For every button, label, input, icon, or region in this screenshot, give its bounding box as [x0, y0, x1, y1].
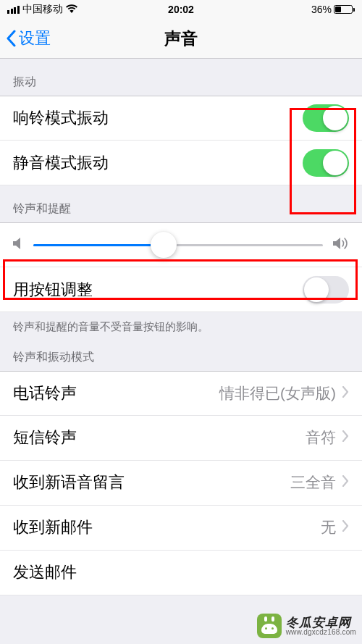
back-label: 设置 — [19, 28, 51, 49]
watermark-url: www.dgxcdz168.com — [286, 629, 356, 636]
signal-icon — [7, 6, 20, 14]
status-bar: 中国移动 20:02 36% — [0, 0, 362, 19]
row-ring-vibrate[interactable]: 响铃模式振动 — [0, 96, 362, 141]
nav-bar: 设置 声音 — [0, 19, 362, 59]
row-value: 音符 — [306, 427, 336, 448]
chevron-left-icon — [6, 30, 16, 47]
volume-low-icon — [13, 237, 23, 253]
row-label: 发送邮件 — [13, 561, 349, 583]
row-silent-vibrate[interactable]: 静音模式振动 — [0, 141, 362, 185]
back-button[interactable]: 设置 — [0, 28, 51, 49]
row-value: 无 — [321, 517, 336, 538]
row-ringtone[interactable]: 电话铃声 情非得已(女声版) — [0, 371, 362, 416]
watermark-logo-icon — [257, 614, 282, 638]
slider-thumb[interactable] — [151, 232, 177, 258]
row-label: 短信铃声 — [13, 427, 306, 448]
chevron-right-icon — [342, 430, 349, 445]
row-label: 响铃模式振动 — [13, 107, 303, 129]
carrier-label: 中国移动 — [22, 3, 63, 16]
battery-icon — [334, 5, 355, 14]
watermark: 冬瓜安卓网 www.dgxcdz168.com — [257, 614, 356, 638]
volume-high-icon — [333, 237, 349, 253]
status-time: 20:02 — [168, 4, 194, 15]
section-header-vibrate: 振动 — [0, 59, 362, 96]
toggle-silent-vibrate[interactable] — [303, 149, 349, 177]
row-voicemail[interactable]: 收到新语音留言 三全音 — [0, 461, 362, 506]
battery-pct: 36% — [311, 4, 332, 15]
toggle-ring-vibrate[interactable] — [303, 104, 349, 132]
page-title: 声音 — [164, 28, 198, 50]
chevron-right-icon — [342, 386, 349, 401]
row-label: 电话铃声 — [13, 382, 219, 404]
row-label: 收到新语音留言 — [13, 472, 290, 493]
row-text-tone[interactable]: 短信铃声 音符 — [0, 416, 362, 461]
status-right: 36% — [311, 4, 355, 15]
row-value: 情非得已(女声版) — [219, 383, 336, 403]
toggle-button-adjust[interactable] — [303, 276, 349, 304]
chevron-right-icon — [342, 475, 349, 490]
chevron-right-icon — [342, 520, 349, 535]
section-header-ringer: 铃声和提醒 — [0, 185, 362, 222]
row-label: 用按钮调整 — [13, 279, 303, 301]
row-value: 三全音 — [290, 472, 336, 493]
section-header-patterns: 铃声和振动模式 — [0, 334, 362, 371]
section-footer-ringer: 铃声和提醒的音量不受音量按钮的影响。 — [0, 312, 362, 334]
row-sent-mail[interactable]: 发送邮件 — [0, 551, 362, 595]
watermark-name: 冬瓜安卓网 — [286, 616, 356, 629]
volume-slider[interactable] — [33, 244, 323, 246]
row-label: 收到新邮件 — [13, 517, 321, 538]
wifi-icon — [66, 4, 77, 15]
row-label: 静音模式振动 — [13, 152, 303, 174]
row-new-mail[interactable]: 收到新邮件 无 — [0, 506, 362, 551]
row-button-adjust[interactable]: 用按钮调整 — [0, 267, 362, 312]
row-volume-slider[interactable] — [0, 222, 362, 267]
status-left: 中国移动 — [7, 3, 77, 16]
